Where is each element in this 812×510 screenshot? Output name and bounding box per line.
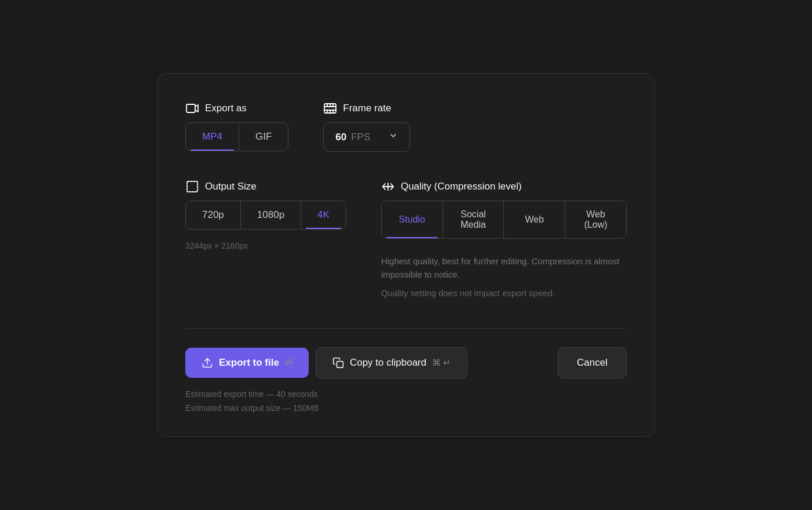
quality-web-button[interactable]: Web	[503, 201, 565, 238]
svg-rect-14	[336, 361, 343, 367]
export-as-header: Export as	[185, 101, 288, 115]
video-icon	[185, 101, 199, 115]
clipboard-icon	[332, 357, 344, 369]
film-icon	[323, 101, 337, 115]
quality-group: Studio Social Media Web Web (Low)	[381, 201, 627, 239]
divider	[185, 328, 627, 329]
copy-to-clipboard-button[interactable]: Copy to clipboard ⌘ ↵	[316, 347, 467, 378]
export-shortcut: ⏎	[285, 358, 292, 368]
quality-social-button[interactable]: Social Media	[442, 201, 504, 238]
svg-rect-0	[186, 104, 195, 112]
bottom-row: Export to file ⏎ Copy to clipboard ⌘ ↵ C…	[185, 347, 627, 378]
format-gif-button[interactable]: GIF	[239, 123, 288, 151]
footer-info: Estimated export time — 40 seconds Estim…	[185, 388, 627, 416]
clipboard-button-label: Copy to clipboard	[350, 357, 426, 369]
quality-desc-secondary: Quality setting does not impact export s…	[381, 287, 627, 300]
clipboard-shortcut: ⌘ ↵	[432, 358, 451, 368]
size-group: 720p 1080p 4K	[185, 201, 346, 230]
export-to-file-button[interactable]: Export to file ⏎	[185, 348, 309, 378]
format-group: MP4 GIF	[185, 122, 288, 151]
format-mp4-button[interactable]: MP4	[186, 123, 239, 151]
middle-row: Output Size 720p 1080p 4K 3244px × 2160p…	[185, 180, 627, 300]
size-720p-button[interactable]: 720p	[186, 201, 240, 229]
size-1080p-button[interactable]: 1080p	[240, 201, 301, 229]
output-size-label: Output Size	[205, 181, 257, 192]
size-4k-button[interactable]: 4K	[301, 201, 346, 229]
export-button-label: Export to file	[219, 357, 279, 369]
fps-value: 60	[335, 132, 346, 143]
export-time-text: Estimated export time — 40 seconds	[185, 388, 627, 402]
quality-header: Quality (Compression level)	[381, 180, 627, 194]
fps-unit: FPS	[351, 132, 370, 143]
quality-label: Quality (Compression level)	[401, 181, 522, 192]
export-as-section: Export as MP4 GIF	[185, 101, 288, 152]
quality-desc-primary: Highest quality, best for further editin…	[381, 255, 627, 281]
quality-icon	[381, 180, 395, 194]
export-as-label: Export as	[205, 103, 247, 114]
dimensions-text: 3244px × 2160px	[185, 241, 346, 250]
svg-rect-10	[187, 181, 197, 192]
top-row: Export as MP4 GIF	[185, 101, 627, 152]
fps-dropdown[interactable]: 60 FPS	[323, 122, 410, 152]
output-size-section: Output Size 720p 1080p 4K 3244px × 2160p…	[185, 180, 346, 300]
frame-rate-header: Frame rate	[323, 101, 410, 115]
output-size-header: Output Size	[185, 180, 346, 194]
quality-section: Quality (Compression level) Studio Socia…	[381, 180, 627, 300]
quality-studio-button[interactable]: Studio	[382, 201, 442, 238]
quality-web-low-button[interactable]: Web (Low)	[565, 201, 626, 238]
upload-icon	[202, 357, 213, 369]
frame-rate-label: Frame rate	[343, 103, 391, 114]
frame-rate-section: Frame rate 60 FPS	[323, 101, 410, 152]
chevron-down-icon	[389, 131, 398, 143]
quality-description: Highest quality, best for further editin…	[381, 255, 627, 300]
export-dialog: Export as MP4 GIF	[157, 73, 655, 436]
cancel-button[interactable]: Cancel	[558, 347, 627, 378]
resize-icon	[185, 180, 199, 194]
output-size-text: Estimated max output size — 150MB	[185, 402, 627, 416]
